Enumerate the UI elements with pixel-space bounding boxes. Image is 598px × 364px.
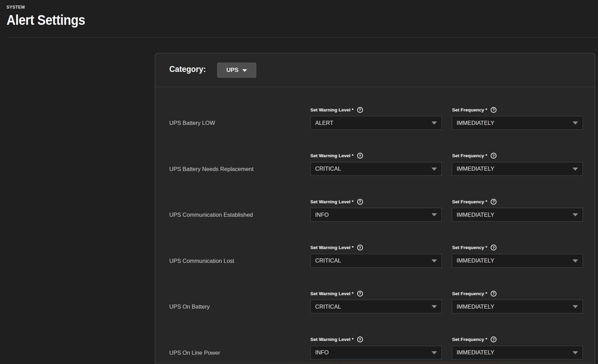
alert-setting-row: UPS Battery LOW Set Warning Level * ? Se… xyxy=(155,106,595,141)
warning-level-value: INFO xyxy=(315,212,329,218)
question-glyph: ? xyxy=(492,154,495,158)
help-icon[interactable]: ? xyxy=(491,291,496,297)
frequency-label-group: Set Frequency * ? xyxy=(452,336,496,343)
warning-level-value: ALERT xyxy=(315,120,333,126)
warning-level-label: Set Warning Level * xyxy=(310,291,354,296)
chevron-down-icon xyxy=(431,351,437,354)
warning-level-label: Set Warning Level * xyxy=(310,337,354,342)
chevron-down-icon xyxy=(431,121,437,125)
question-glyph: ? xyxy=(492,291,495,296)
alert-setting-row: UPS On Battery Set Warning Level * ? Set… xyxy=(155,290,595,324)
alert-name: UPS On Battery xyxy=(169,303,210,310)
frequency-label: Set Frequency * xyxy=(452,291,487,296)
chevron-down-icon xyxy=(573,168,578,171)
page-title: Alert Settings xyxy=(7,12,85,28)
warning-level-select[interactable]: CRITICAL xyxy=(310,162,442,176)
warning-level-select[interactable]: CRITICAL xyxy=(310,254,442,268)
help-icon[interactable]: ? xyxy=(357,199,363,205)
frequency-select[interactable]: IMMEDIATELY xyxy=(452,116,583,130)
alert-name: UPS Battery LOW xyxy=(169,119,215,126)
category-divider xyxy=(155,87,595,87)
question-glyph: ? xyxy=(359,108,361,112)
frequency-label: Set Frequency * xyxy=(452,337,487,342)
chevron-down-icon xyxy=(431,213,437,216)
alert-name: UPS Communication Established xyxy=(169,211,253,218)
help-icon[interactable]: ? xyxy=(357,245,363,250)
warning-level-select[interactable]: CRITICAL xyxy=(310,300,442,313)
frequency-label: Set Frequency * xyxy=(452,153,487,158)
question-glyph: ? xyxy=(359,338,361,342)
warning-level-label: Set Warning Level * xyxy=(310,245,354,250)
alert-setting-row: UPS Communication Lost Set Warning Level… xyxy=(155,244,595,279)
warning-level-label: Set Warning Level * xyxy=(310,199,354,204)
chevron-down-icon xyxy=(573,213,578,216)
frequency-label: Set Frequency * xyxy=(452,245,487,250)
frequency-select[interactable]: IMMEDIATELY xyxy=(452,208,583,222)
help-icon[interactable]: ? xyxy=(491,245,496,250)
category-dropdown-button[interactable]: UPS xyxy=(217,63,256,78)
alert-setting-row: UPS Battery Needs Replacement Set Warnin… xyxy=(155,152,595,187)
warning-level-label-group: Set Warning Level * ? xyxy=(310,198,363,205)
warning-level-select[interactable]: INFO xyxy=(310,346,442,360)
frequency-select[interactable]: IMMEDIATELY xyxy=(452,346,583,360)
frequency-select[interactable]: IMMEDIATELY xyxy=(452,300,583,313)
frequency-select[interactable]: IMMEDIATELY xyxy=(452,162,583,176)
help-icon[interactable]: ? xyxy=(357,153,363,159)
chevron-down-icon xyxy=(573,259,578,263)
help-icon[interactable]: ? xyxy=(357,107,363,113)
chevron-down-icon xyxy=(573,305,578,308)
question-glyph: ? xyxy=(492,108,495,112)
help-icon[interactable]: ? xyxy=(357,291,363,297)
page-header: SYSTEM Alert Settings xyxy=(7,4,96,28)
alert-setting-row: UPS On Line Power Set Warning Level * ? … xyxy=(155,336,595,364)
chevron-down-icon xyxy=(573,351,578,354)
frequency-value: IMMEDIATELY xyxy=(457,120,494,126)
frequency-value: IMMEDIATELY xyxy=(457,303,494,310)
help-icon[interactable]: ? xyxy=(357,336,363,342)
question-glyph: ? xyxy=(359,291,361,296)
warning-level-label-group: Set Warning Level * ? xyxy=(310,244,363,251)
chevron-down-icon xyxy=(242,69,247,72)
chevron-down-icon xyxy=(431,305,437,308)
question-glyph: ? xyxy=(492,200,495,204)
warning-level-label-group: Set Warning Level * ? xyxy=(310,290,363,297)
frequency-label: Set Frequency * xyxy=(452,199,487,204)
warning-level-label: Set Warning Level * xyxy=(310,153,354,158)
chevron-down-icon xyxy=(431,168,437,171)
question-glyph: ? xyxy=(492,338,495,342)
alert-name: UPS On Line Power xyxy=(169,349,220,356)
alert-settings-panel: Category: UPS UPS Battery LOW Set Warnin… xyxy=(155,53,595,364)
help-icon[interactable]: ? xyxy=(491,107,496,113)
warning-level-label-group: Set Warning Level * ? xyxy=(310,152,363,159)
help-icon[interactable]: ? xyxy=(491,336,496,342)
question-glyph: ? xyxy=(359,154,361,158)
frequency-value: IMMEDIATELY xyxy=(457,212,494,218)
frequency-label-group: Set Frequency * ? xyxy=(452,290,496,297)
warning-level-label-group: Set Warning Level * ? xyxy=(310,336,363,343)
frequency-value: IMMEDIATELY xyxy=(457,349,494,356)
frequency-label-group: Set Frequency * ? xyxy=(452,106,496,113)
warning-level-select[interactable]: INFO xyxy=(310,208,442,222)
frequency-value: IMMEDIATELY xyxy=(457,165,494,172)
help-icon[interactable]: ? xyxy=(491,199,496,205)
warning-level-value: CRITICAL xyxy=(315,165,341,172)
warning-level-value: CRITICAL xyxy=(315,257,341,264)
header-divider xyxy=(7,37,598,38)
help-icon[interactable]: ? xyxy=(491,153,496,159)
frequency-label-group: Set Frequency * ? xyxy=(452,198,496,205)
frequency-value: IMMEDIATELY xyxy=(457,257,494,264)
frequency-select[interactable]: IMMEDIATELY xyxy=(452,254,583,268)
alert-name: UPS Communication Lost xyxy=(169,257,234,264)
chevron-down-icon xyxy=(431,259,437,263)
breadcrumb-system: SYSTEM xyxy=(7,4,92,10)
warning-level-select[interactable]: ALERT xyxy=(310,116,442,130)
alert-name: UPS Battery Needs Replacement xyxy=(169,165,254,172)
warning-level-label: Set Warning Level * xyxy=(310,107,354,113)
warning-level-label-group: Set Warning Level * ? xyxy=(310,106,363,113)
warning-level-value: INFO xyxy=(315,349,329,356)
frequency-label: Set Frequency * xyxy=(452,107,487,113)
warning-level-value: CRITICAL xyxy=(315,303,341,310)
alert-setting-row: UPS Communication Established Set Warnin… xyxy=(155,198,595,233)
question-glyph: ? xyxy=(492,246,495,250)
category-selected-value: UPS xyxy=(226,67,238,74)
